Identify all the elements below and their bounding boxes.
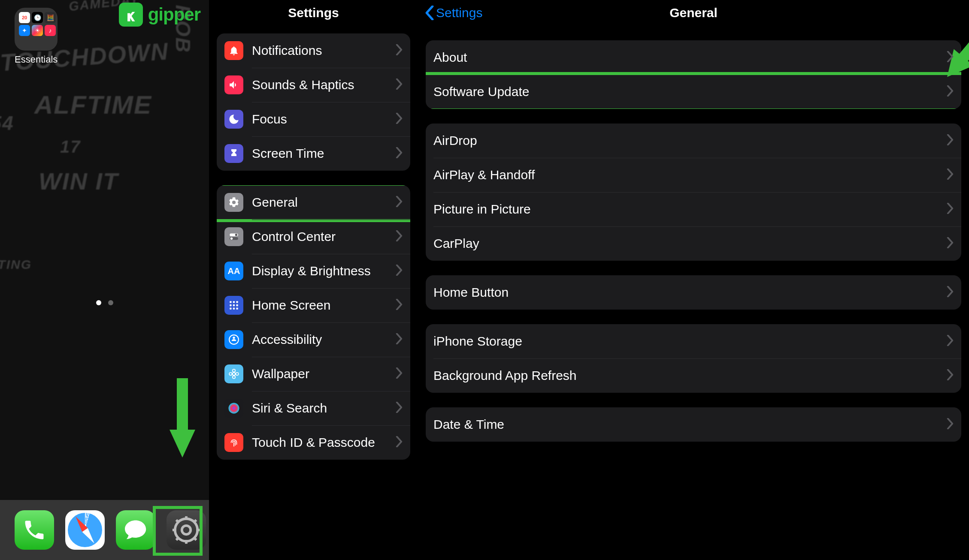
settings-row-icon: AA [224,262,243,280]
settings-row-carplay[interactable]: CarPlay [426,226,961,261]
settings-row-home-screen[interactable]: Home Screen [217,288,410,322]
settings-row-general[interactable]: General [217,185,410,220]
gipper-brand: gipper [119,3,200,27]
svg-point-13 [230,238,233,240]
app-folder-essentials[interactable]: 20 🕒 🧮 ✦ ☀ ♪ Essentials [15,8,58,65]
back-label: Settings [436,6,482,20]
settings-row-icon [224,364,243,383]
nav-bar: Settings General [418,0,969,26]
safari-app-icon[interactable] [65,510,105,550]
settings-root-screen: Settings NotificationsSounds & HapticsFo… [209,0,418,560]
page-indicator[interactable] [0,300,209,305]
settings-row-icon [224,330,243,349]
settings-row-screen-time[interactable]: Screen Time [217,136,410,171]
settings-row-control-center[interactable]: Control Center [217,220,410,254]
settings-row-notifications[interactable]: Notifications [217,33,410,68]
chevron-right-icon [396,265,403,277]
settings-row-label: Notifications [252,43,396,58]
svg-rect-17 [230,304,231,306]
settings-row-airdrop[interactable]: AirDrop [426,123,961,158]
settings-row-icon [224,41,243,60]
settings-row-wallpaper[interactable]: Wallpaper [217,357,410,391]
settings-group: Home Button [426,275,961,310]
svg-rect-14 [230,301,231,303]
svg-rect-22 [236,307,238,309]
chevron-right-icon [947,134,954,147]
settings-row-label: General [252,195,396,210]
settings-row-icon [224,193,243,212]
weather-icon: ☀ [32,25,43,36]
settings-row-background-app-refresh[interactable]: Background App Refresh [426,358,961,393]
settings-row-siri-search[interactable]: Siri & Search [217,391,410,425]
settings-row-label: Focus [252,112,396,126]
settings-row-touch-id-passcode[interactable]: Touch ID & Passcode [217,425,410,460]
svg-point-26 [233,369,236,372]
chevron-right-icon [396,44,403,57]
chevron-right-icon [396,78,403,91]
folder-label: Essentials [15,54,58,65]
settings-row-icon [224,110,243,129]
settings-row-picture-in-picture[interactable]: Picture in Picture [426,192,961,226]
back-button[interactable]: Settings [425,6,482,20]
settings-row-airplay-handoff[interactable]: AirPlay & Handoff [426,158,961,192]
chevron-right-icon [396,367,403,380]
chevron-right-icon [947,237,954,250]
chevron-right-icon [947,169,954,181]
chevron-right-icon [947,85,954,98]
chevron-right-icon [396,147,403,160]
home-screen: GAMEDAY TOUCHDOWN ALFTIME 17 154 WIN IT … [0,0,209,560]
svg-point-12 [235,234,237,236]
svg-rect-16 [236,301,238,303]
settings-row-label: iPhone Storage [433,334,947,349]
music-icon: ♪ [45,25,56,36]
settings-row-label: Software Update [433,84,947,99]
settings-row-label: Background App Refresh [433,368,947,383]
calendar-icon: 20 [19,12,30,23]
settings-group: iPhone StorageBackground App Refresh [426,324,961,393]
nav-bar: Settings [209,0,418,26]
svg-rect-15 [233,301,235,303]
settings-group: GeneralControl CenterAADisplay & Brightn… [217,185,410,460]
settings-group: NotificationsSounds & HapticsFocusScreen… [217,33,410,171]
settings-row-label: Screen Time [252,146,396,161]
chevron-right-icon [947,203,954,216]
chevron-right-icon [947,286,954,299]
svg-rect-19 [236,304,238,306]
settings-row-software-update[interactable]: Software Update [426,75,961,109]
wallpaper: GAMEDAY TOUCHDOWN ALFTIME 17 154 WIN IT … [0,0,209,560]
settings-row-label: AirPlay & Handoff [433,168,947,182]
chevron-right-icon [947,418,954,431]
shortcuts-icon: ✦ [19,25,30,36]
messages-app-icon[interactable] [116,510,155,550]
settings-row-label: CarPlay [433,236,947,251]
svg-rect-21 [233,307,235,309]
chevron-right-icon [396,113,403,126]
chevron-right-icon [396,230,403,243]
svg-point-30 [229,403,239,414]
settings-row-icon [224,296,243,315]
settings-row-label: Sounds & Haptics [252,78,396,92]
chevron-right-icon [396,333,403,346]
settings-row-sounds-haptics[interactable]: Sounds & Haptics [217,68,410,102]
settings-row-label: Siri & Search [252,401,396,415]
settings-row-accessibility[interactable]: Accessibility [217,322,410,357]
settings-general-screen: Settings General AboutSoftware UpdateAir… [418,0,969,560]
svg-point-28 [229,373,232,376]
settings-row-label: Picture in Picture [433,202,947,217]
settings-row-iphone-storage[interactable]: iPhone Storage [426,324,961,358]
settings-row-label: Display & Brightness [252,264,396,278]
settings-row-icon [224,399,243,418]
settings-row-display-brightness[interactable]: AADisplay & Brightness [217,254,410,288]
settings-row-label: Control Center [252,229,396,244]
settings-row-label: Home Button [433,285,947,300]
settings-row-icon [224,75,243,94]
phone-app-icon[interactable] [15,510,54,550]
settings-row-label: Wallpaper [252,367,396,381]
settings-row-label: About [433,50,947,65]
settings-row-label: Home Screen [252,298,396,313]
settings-row-about[interactable]: About [426,40,961,75]
svg-point-24 [233,337,235,339]
settings-row-focus[interactable]: Focus [217,102,410,136]
settings-row-home-button[interactable]: Home Button [426,275,961,310]
settings-row-date-time[interactable]: Date & Time [426,407,961,442]
